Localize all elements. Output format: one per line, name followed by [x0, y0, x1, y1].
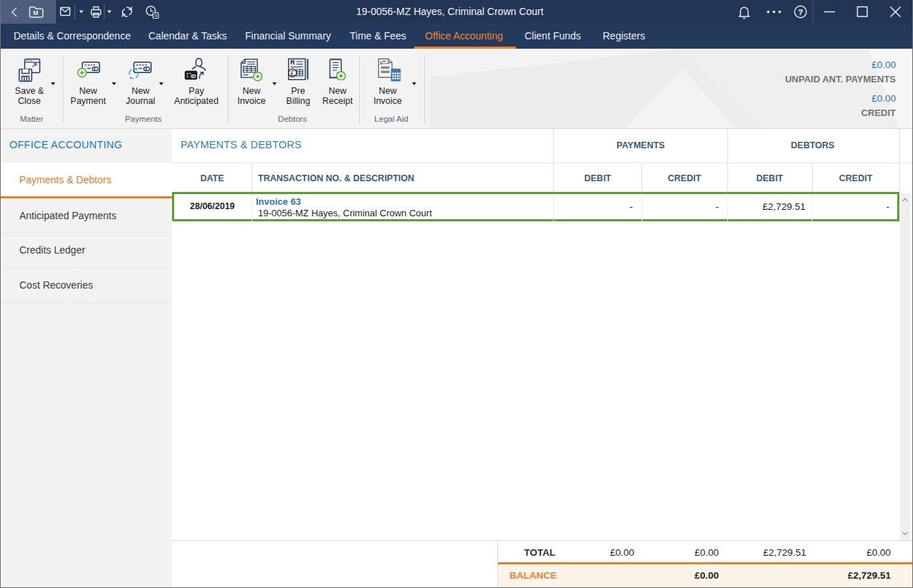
svg-text:M: M	[33, 9, 38, 16]
svg-text:£: £	[290, 69, 295, 77]
svg-text:R: R	[290, 59, 295, 66]
svg-text:?: ?	[798, 8, 803, 16]
